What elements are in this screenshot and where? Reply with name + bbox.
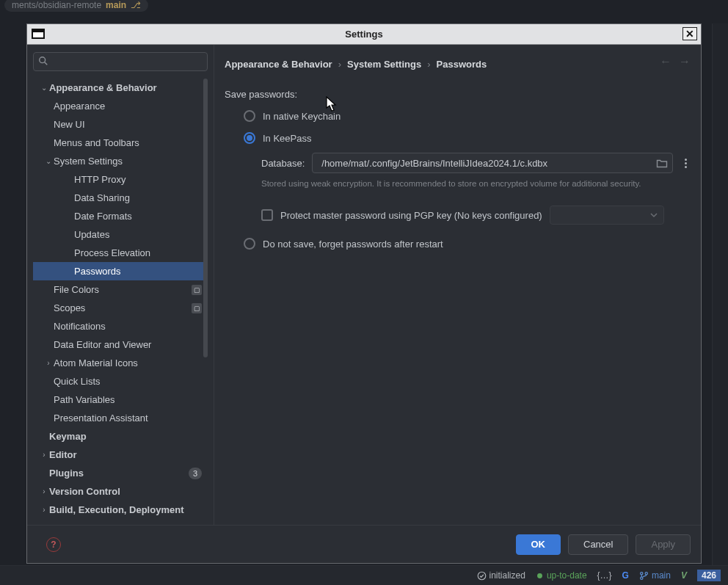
- breadcrumb-leaf: Passwords: [437, 59, 487, 70]
- tree-item[interactable]: Process Elevation: [33, 244, 208, 262]
- badge: 3: [189, 468, 202, 479]
- tree-item-label: Keymap: [49, 431, 202, 442]
- settings-main-panel: Appearance & Behavior › System Settings …: [214, 45, 701, 525]
- more-options-icon[interactable]: [680, 159, 691, 168]
- option-keepass[interactable]: In KeePass: [244, 132, 691, 144]
- ok-button[interactable]: OK: [516, 534, 561, 555]
- option-label: Protect master password using PGP key (N…: [280, 210, 542, 221]
- tree-item[interactable]: ⌄Appearance & Behavior: [33, 79, 208, 97]
- option-native-keychain[interactable]: In native Keychain: [244, 110, 691, 122]
- status-google-icon[interactable]: G: [622, 570, 629, 581]
- chevron-right-icon: ›: [39, 506, 49, 514]
- tree-item-label: Data Sharing: [74, 192, 202, 203]
- option-do-not-save[interactable]: Do not save, forget passwords after rest…: [244, 238, 691, 250]
- option-pgp-protect[interactable]: Protect master password using PGP key (N…: [261, 206, 691, 225]
- breadcrumb: Appearance & Behavior › System Settings …: [225, 55, 691, 73]
- branch-icon: ⎇: [131, 0, 141, 10]
- tree-item-label: Appearance & Behavior: [49, 82, 202, 93]
- section-label: Save passwords:: [225, 89, 691, 100]
- tree-item[interactable]: ⌄System Settings: [33, 152, 208, 170]
- tree-item[interactable]: Keymap: [33, 427, 208, 446]
- svg-point-2: [641, 572, 643, 574]
- project-scope-icon: ▢: [192, 303, 202, 313]
- status-brackets[interactable]: {…}: [597, 570, 612, 581]
- radio-icon[interactable]: [244, 238, 255, 250]
- status-initialized[interactable]: initialized: [477, 570, 525, 581]
- option-label: Do not save, forget passwords after rest…: [263, 239, 443, 250]
- search-icon: [38, 56, 48, 66]
- folder-icon[interactable]: [656, 158, 668, 168]
- tree-item[interactable]: Notifications: [33, 317, 208, 335]
- settings-dialog: Settings ✕ ⌄Appearance & BehaviorAppeara…: [26, 23, 702, 564]
- tree-item-label: Data Editor and Viewer: [54, 339, 202, 350]
- chevron-down-icon: [650, 211, 658, 219]
- tree-item-label: Menus and Toolbars: [54, 137, 202, 148]
- status-line-number[interactable]: 426: [697, 570, 721, 581]
- nav-forward-icon[interactable]: →: [679, 55, 691, 68]
- svg-line-6: [45, 62, 48, 65]
- tree-item[interactable]: Quick Lists: [33, 372, 208, 390]
- option-label: In native Keychain: [263, 111, 341, 122]
- tree-item[interactable]: New UI: [33, 115, 208, 134]
- close-button[interactable]: ✕: [682, 27, 697, 40]
- status-vim-icon[interactable]: V: [681, 570, 687, 581]
- chevron-right-icon: ›: [39, 487, 49, 495]
- help-icon[interactable]: ?: [46, 537, 61, 552]
- editor-right-gutter: [712, 23, 728, 565]
- settings-sidebar: ⌄Appearance & BehaviorAppearanceNew UIMe…: [27, 45, 214, 525]
- tree-item-label: HTTP Proxy: [74, 174, 202, 185]
- tree-item[interactable]: ›Version Control: [33, 482, 208, 501]
- tree-item[interactable]: HTTP Proxy: [33, 170, 208, 189]
- cancel-button[interactable]: Cancel: [568, 534, 628, 555]
- apply-button[interactable]: Apply: [636, 534, 691, 555]
- tree-item[interactable]: Appearance: [33, 97, 208, 115]
- nav-back-icon[interactable]: ←: [660, 55, 671, 68]
- tree-item[interactable]: Data Sharing: [33, 189, 208, 207]
- tree-item[interactable]: ›Editor: [33, 446, 208, 464]
- status-git-branch[interactable]: main: [639, 570, 671, 581]
- tree-item[interactable]: ›Atom Material Icons: [33, 354, 208, 372]
- radio-icon[interactable]: [244, 132, 255, 144]
- svg-point-0: [478, 572, 486, 580]
- bg-branch: main: [106, 0, 126, 10]
- tree-item[interactable]: Updates: [33, 225, 208, 244]
- status-uptodate[interactable]: up-to-date: [536, 570, 587, 581]
- radio-icon[interactable]: [244, 110, 255, 122]
- tree-item-label: Version Control: [49, 486, 202, 497]
- breadcrumb-mid[interactable]: System Settings: [347, 59, 421, 70]
- tree-item[interactable]: Menus and Toolbars: [33, 134, 208, 152]
- tree-item-label: New UI: [54, 119, 202, 130]
- tree-item[interactable]: Plugins3: [33, 464, 208, 482]
- tree-item[interactable]: Path Variables: [33, 390, 208, 409]
- settings-tree[interactable]: ⌄Appearance & BehaviorAppearanceNew UIMe…: [33, 79, 208, 525]
- tree-item[interactable]: Date Formats: [33, 207, 208, 225]
- svg-point-5: [40, 57, 46, 63]
- chevron-right-icon: ›: [338, 59, 341, 70]
- settings-search-input[interactable]: [33, 52, 208, 71]
- tree-item[interactable]: ›Build, Execution, Deployment: [33, 501, 208, 519]
- tree-item[interactable]: Presentation Assistant: [33, 409, 208, 427]
- tree-item[interactable]: Data Editor and Viewer: [33, 335, 208, 354]
- database-path-input[interactable]: [320, 157, 656, 170]
- editor-breadcrumb: ments/obsidian-remote main ⎇: [0, 0, 148, 13]
- tree-item[interactable]: Scopes▢: [33, 299, 208, 317]
- pgp-key-select[interactable]: [550, 206, 664, 225]
- tree-item[interactable]: File Colors▢: [33, 280, 208, 299]
- tree-item-label: Updates: [74, 229, 202, 240]
- database-hint: Stored using weak encryption. It is reco…: [261, 178, 643, 189]
- tree-item-label: System Settings: [54, 156, 202, 167]
- tree-item-label: Process Elevation: [74, 247, 202, 258]
- tree-item-label: Presentation Assistant: [54, 413, 202, 424]
- chevron-down-icon: ⌄: [39, 84, 49, 92]
- tree-item-label: Path Variables: [54, 394, 202, 405]
- dialog-footer: ? OK Cancel Apply: [27, 525, 701, 563]
- checkbox-icon[interactable]: [261, 209, 273, 221]
- tree-item-label: Passwords: [74, 266, 202, 277]
- svg-point-1: [537, 573, 542, 578]
- tree-scrollbar[interactable]: [203, 79, 208, 525]
- tree-item[interactable]: Passwords: [33, 262, 208, 280]
- database-label: Database:: [261, 158, 305, 169]
- tree-item-label: Build, Execution, Deployment: [49, 504, 202, 515]
- database-path-field[interactable]: [312, 153, 673, 173]
- breadcrumb-root[interactable]: Appearance & Behavior: [225, 59, 332, 70]
